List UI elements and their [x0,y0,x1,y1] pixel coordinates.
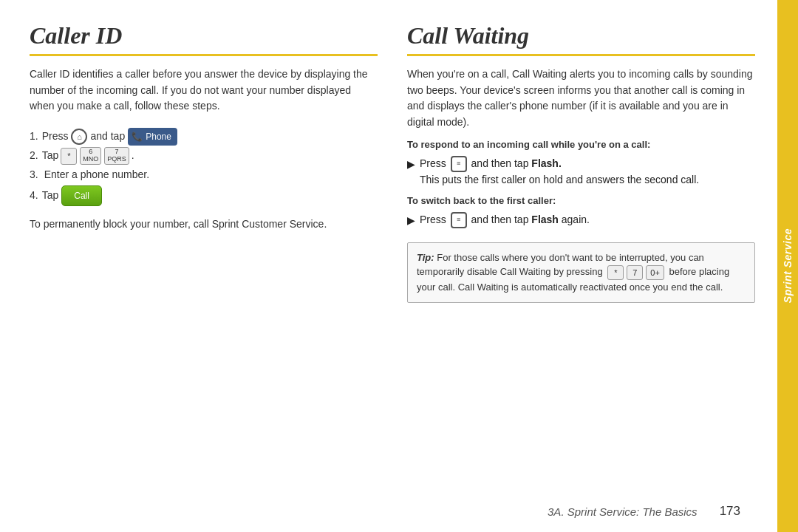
step-2-period: . [132,147,134,165]
call-waiting-section: Call Waiting When you're on a call, Call… [407,22,755,497]
bullet-1: ▶ Press ≡ and then tap Flash. This puts … [407,156,755,188]
call-waiting-intro: When you're on a call, Call Waiting aler… [407,66,755,131]
step-3: 3. Enter a phone number. [30,166,378,184]
step-2-num: 2. [30,147,38,165]
bullet-1-arrow: ▶ [407,157,415,173]
step-4-tap: Tap [42,187,59,205]
bullet-1-followup: This puts the first caller on hold and a… [420,174,699,185]
step-4: 4. Tap Call [30,185,378,206]
caller-id-steps: 1. Press ⌂ and tap 📞 Phone [30,128,378,208]
caller-id-underline [30,54,378,56]
phone-badge: 📞 Phone [128,128,177,146]
tip-seven-key: 7 [627,265,643,281]
call-button-badge: Call [61,185,102,206]
switch-label: To switch back to the first caller: [407,194,755,208]
side-tab-label: Sprint Service [782,228,794,303]
step-1-press: Press [42,128,69,146]
step-1-num: 1. [30,128,38,146]
caller-id-title: Caller ID [30,22,378,50]
menu-key-2: ≡ [451,212,467,228]
step-1: 1. Press ⌂ and tap 📞 Phone [30,128,378,146]
caller-id-section: Caller ID Caller ID identifies a caller … [30,22,378,497]
call-waiting-title: Call Waiting [407,22,755,50]
phone-badge-label: Phone [146,129,171,144]
footer: 3A. Sprint Service: The Basics 173 [0,497,777,532]
flash-bold-1: Flash. [531,157,561,169]
tip-star-key: * [607,265,624,281]
step-3-text: Enter a phone number. [44,166,149,184]
caller-id-intro: Caller ID identifies a caller before you… [30,66,378,115]
home-key-icon: ⌂ [71,129,87,145]
tip-keys: * 7 0+ [607,265,665,281]
star-key: * [61,148,77,165]
bullet-2-content: Press ≡ and then tap Flash again. [420,212,590,228]
tip-zero-key: 0+ [646,265,664,281]
step-2-tap: Tap [42,147,59,165]
six-key: 6MNO [80,147,101,165]
bullet-1-content: Press ≡ and then tap Flash. This puts th… [420,156,699,188]
footer-page: 173 [720,504,740,519]
step-2: 2. Tap * 6MNO 7PQRS . [30,147,378,165]
step-3-num: 3. [30,166,38,184]
flash-bold-2: Flash [531,214,559,225]
bullet-2-arrow: ▶ [407,213,415,229]
tip-box: Tip: For those calls where you don't wan… [407,242,755,303]
seven-key: 7PQRS [104,147,129,165]
respond-label: To respond to an incoming call while you… [407,138,755,151]
call-waiting-underline [407,54,755,56]
phone-icon: 📞 [132,129,143,144]
step-4-num: 4. [30,187,38,205]
menu-key-1: ≡ [451,156,467,172]
tip-label: Tip: [417,252,434,263]
caller-id-footer-note: To permanently block your number, call S… [30,216,378,233]
footer-text: 3A. Sprint Service: The Basics [548,505,698,518]
side-tab: Sprint Service [777,0,798,532]
bullet-2: ▶ Press ≡ and then tap Flash again. [407,212,755,229]
step-1-and-tap: and tap [90,128,125,146]
